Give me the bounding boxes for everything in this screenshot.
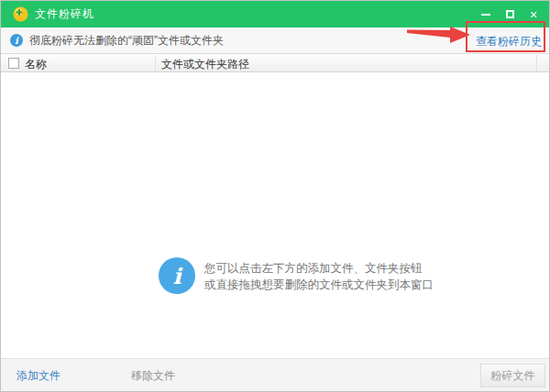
column-header-path[interactable]: 文件或文件夹路径: [161, 57, 249, 72]
window-title: 文件粉碎机: [35, 6, 94, 22]
maximize-icon: [506, 10, 514, 18]
info-icon: i: [10, 34, 23, 47]
footer-bar: 添加文件 移除文件 粉碎文件: [1, 358, 549, 391]
close-icon: ×: [530, 8, 537, 21]
app-icon: [13, 6, 28, 22]
column-separator: [155, 55, 156, 71]
add-file-button[interactable]: 添加文件: [16, 368, 60, 384]
remove-file-button[interactable]: 移除文件: [131, 368, 175, 384]
window-controls: ×: [474, 1, 545, 27]
app-window: 文件粉碎机 × i 彻底粉碎无法删除的“顽固”文件或文件夹 查看粉碎历史 名称 …: [0, 0, 550, 392]
empty-state-line2: 或直接拖拽想要删除的文件或文件夹到本窗口: [204, 277, 434, 293]
close-button[interactable]: ×: [522, 1, 545, 27]
empty-state-hint: 您可以点击左下方的添加文件、文件夹按钮 或直接拖拽想要删除的文件或文件夹到本窗口: [204, 260, 434, 293]
select-all-checkbox[interactable]: [8, 58, 19, 69]
minimize-icon: [481, 14, 490, 16]
maximize-button[interactable]: [498, 1, 522, 27]
view-shred-history-link[interactable]: 查看粉碎历史: [476, 34, 542, 49]
info-bar: i 彻底粉碎无法删除的“顽固”文件或文件夹: [1, 27, 549, 53]
list-header: 名称 文件或文件夹路径: [1, 53, 549, 72]
column-header-name[interactable]: 名称: [25, 57, 47, 72]
info-message: 彻底粉碎无法删除的“顽固”文件或文件夹: [29, 33, 224, 49]
title-bar: 文件粉碎机 ×: [1, 1, 549, 27]
shred-file-button[interactable]: 粉碎文件: [480, 364, 545, 387]
minimize-button[interactable]: [474, 1, 498, 27]
column-separator: [536, 55, 537, 71]
hint-info-icon: i: [159, 257, 195, 294]
file-list-area[interactable]: i 您可以点击左下方的添加文件、文件夹按钮 或直接拖拽想要删除的文件或文件夹到本…: [1, 72, 549, 360]
empty-state-line1: 您可以点击左下方的添加文件、文件夹按钮: [204, 260, 434, 277]
